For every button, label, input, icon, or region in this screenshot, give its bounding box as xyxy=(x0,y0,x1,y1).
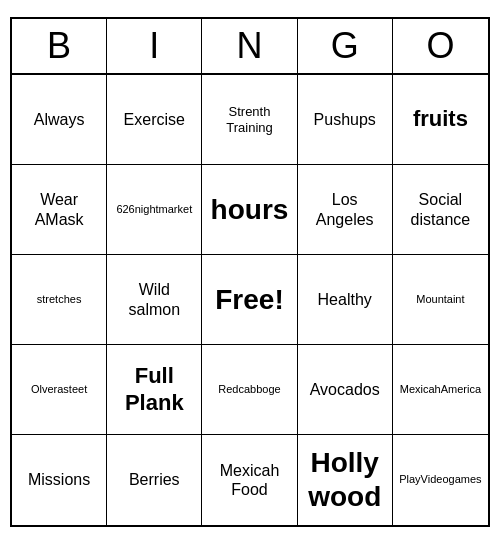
bingo-cell: Avocados xyxy=(298,345,393,435)
cell-text: hours xyxy=(211,193,289,227)
cell-text: Mountaint xyxy=(416,293,464,306)
bingo-cell: PlayVideogames xyxy=(393,435,488,525)
header-letter: B xyxy=(12,19,107,73)
cell-text: PlayVideogames xyxy=(399,473,481,486)
cell-text: fruits xyxy=(413,106,468,132)
header-letter: O xyxy=(393,19,488,73)
cell-text: Wear AMask xyxy=(16,190,102,228)
cell-text: Strenth Training xyxy=(206,104,292,135)
header-letter: I xyxy=(107,19,202,73)
bingo-cell: Los Angeles xyxy=(298,165,393,255)
cell-text: Berries xyxy=(129,470,180,489)
cell-text: Wild salmon xyxy=(111,280,197,318)
bingo-grid: AlwaysExerciseStrenth TrainingPushupsfru… xyxy=(12,75,488,525)
cell-text: Healthy xyxy=(318,290,372,309)
cell-text: Holly wood xyxy=(302,446,388,513)
cell-text: Pushups xyxy=(314,110,376,129)
cell-text: 626nightmarket xyxy=(116,203,192,216)
bingo-cell: Free! xyxy=(202,255,297,345)
cell-text: Social distance xyxy=(397,190,484,228)
bingo-cell: Full Plank xyxy=(107,345,202,435)
bingo-cell: Exercise xyxy=(107,75,202,165)
bingo-cell: Redcabboge xyxy=(202,345,297,435)
bingo-cell: Healthy xyxy=(298,255,393,345)
bingo-cell: fruits xyxy=(393,75,488,165)
bingo-cell: Mountaint xyxy=(393,255,488,345)
cell-text: Los Angeles xyxy=(302,190,388,228)
bingo-cell: stretches xyxy=(12,255,107,345)
bingo-cell: Berries xyxy=(107,435,202,525)
bingo-card: BINGO AlwaysExerciseStrenth TrainingPush… xyxy=(10,17,490,527)
bingo-cell: Wild salmon xyxy=(107,255,202,345)
cell-text: Exercise xyxy=(124,110,185,129)
cell-text: Missions xyxy=(28,470,90,489)
bingo-cell: Always xyxy=(12,75,107,165)
cell-text: Always xyxy=(34,110,85,129)
bingo-cell: Mexicah Food xyxy=(202,435,297,525)
bingo-cell: Pushups xyxy=(298,75,393,165)
bingo-header: BINGO xyxy=(12,19,488,75)
bingo-cell: MexicahAmerica xyxy=(393,345,488,435)
cell-text: Mexicah Food xyxy=(206,461,292,499)
bingo-cell: Strenth Training xyxy=(202,75,297,165)
bingo-cell: 626nightmarket xyxy=(107,165,202,255)
header-letter: N xyxy=(202,19,297,73)
header-letter: G xyxy=(298,19,393,73)
bingo-cell: Social distance xyxy=(393,165,488,255)
bingo-cell: Olverasteet xyxy=(12,345,107,435)
bingo-cell: Missions xyxy=(12,435,107,525)
cell-text: Free! xyxy=(215,283,283,317)
bingo-cell: hours xyxy=(202,165,297,255)
cell-text: Full Plank xyxy=(111,363,197,416)
cell-text: MexicahAmerica xyxy=(400,383,481,396)
cell-text: Olverasteet xyxy=(31,383,87,396)
cell-text: Avocados xyxy=(310,380,380,399)
bingo-cell: Wear AMask xyxy=(12,165,107,255)
cell-text: stretches xyxy=(37,293,82,306)
bingo-cell: Holly wood xyxy=(298,435,393,525)
cell-text: Redcabboge xyxy=(218,383,280,396)
